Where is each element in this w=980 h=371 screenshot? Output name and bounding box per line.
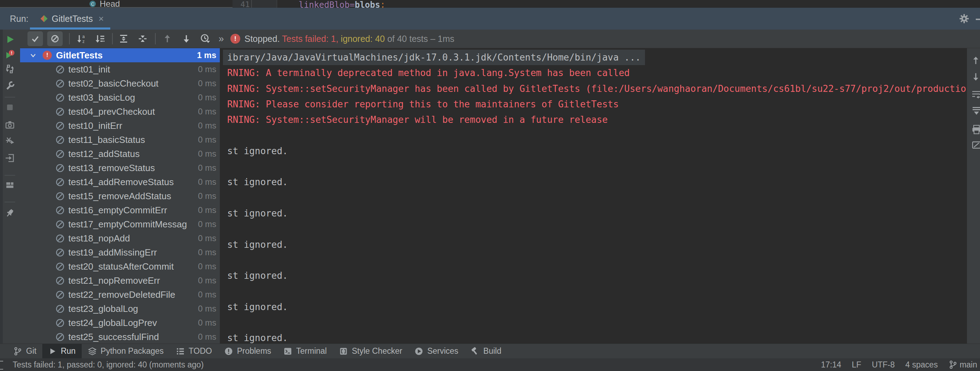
chevron-down-icon[interactable] [29, 51, 38, 60]
test-name: test20_statusAfterCommit [68, 261, 195, 272]
editor-breakpoint-area[interactable] [251, 0, 277, 8]
sort-alphabetically-icon[interactable]: az [75, 33, 88, 45]
soft-wrap-icon[interactable] [971, 89, 980, 100]
collapse-all-icon[interactable] [137, 33, 149, 45]
test-time: 0 ms [198, 332, 216, 342]
editor-code-line[interactable]: linkedBlob=blobs; [277, 0, 980, 8]
scroll-to-end-icon[interactable] [971, 106, 980, 116]
sort-by-duration-icon[interactable] [94, 33, 106, 45]
console-line: st ignored. [227, 237, 967, 252]
svg-text:C: C [91, 2, 94, 7]
editor-remnant: C Head 41 linkedBlob=blobs; [0, 0, 980, 8]
problems-exclamation-icon [224, 347, 233, 356]
toolwindow-button-todo[interactable]: TODO [170, 344, 218, 358]
rerun-failed-tests-icon[interactable]: ! [5, 49, 15, 60]
test-settings-wrench-icon[interactable] [5, 81, 15, 91]
toolwindow-button-terminal[interactable]: Terminal [277, 344, 333, 358]
toolwindow-button-style-checker[interactable]: Style Checker [333, 344, 408, 358]
test-tree-row[interactable]: test23_globalLog0 ms [20, 302, 220, 316]
test-tree-row[interactable]: test21_nopRemoveErr0 ms [20, 273, 220, 288]
print-icon[interactable] [971, 124, 980, 135]
test-tree-row[interactable]: test14_addRemoveStatus0 ms [20, 175, 220, 189]
test-tree-row[interactable]: test24_globalLogPrev0 ms [20, 316, 220, 330]
stopped-error-badge-icon: ! [231, 34, 240, 44]
statusbar-line-separator[interactable]: LF [852, 360, 861, 369]
test-tree-row[interactable]: test16_emptyCommitErr0 ms [20, 203, 220, 217]
run-panel-left-toolbar: ! [0, 30, 20, 344]
toolwindow-button-python-packages[interactable]: Python Packages [82, 344, 170, 358]
test-tree-row[interactable]: test03_basicLog0 ms [20, 90, 220, 105]
enter-arrow-icon[interactable] [5, 153, 15, 163]
toolwindow-button-problems[interactable]: Problems [218, 344, 277, 358]
run-play-icon [48, 347, 57, 355]
statusbar-caret-position[interactable]: 17:14 [821, 360, 842, 369]
scroll-down-icon[interactable] [971, 71, 980, 82]
toggle-auto-test-icon[interactable] [5, 64, 15, 74]
test-tree-row[interactable]: test10_initErr0 ms [20, 119, 220, 133]
toolwindow-button-git[interactable]: Git [7, 344, 42, 358]
camera-icon[interactable] [5, 120, 15, 130]
gear-icon[interactable] [959, 13, 969, 24]
test-time: 0 ms [198, 205, 216, 215]
statusbar-git-branch[interactable]: main [948, 360, 977, 369]
ignored-circle-slash-icon [55, 192, 65, 201]
minimize-icon[interactable] [976, 19, 980, 20]
next-failed-test-icon[interactable] [180, 33, 192, 45]
pin-icon[interactable] [5, 208, 15, 218]
test-run-status-text: Stopped. Tests failed: 1, ignored: 40 of… [245, 34, 454, 44]
test-tree-row[interactable]: test25_successfulFind0 ms [20, 330, 220, 344]
run-tab-label: GitletTests [52, 14, 93, 24]
burst-arrow-icon[interactable] [5, 135, 15, 146]
statusbar-indent[interactable]: 4 spaces [905, 360, 938, 369]
test-tree-row[interactable]: test12_addStatus0 ms [20, 147, 220, 161]
test-tree-row[interactable]: test18_nopAdd0 ms [20, 231, 220, 245]
close-icon[interactable]: × [99, 13, 104, 24]
editor-tab-head[interactable]: C Head [89, 0, 120, 8]
ignored-circle-slash-icon [55, 318, 65, 328]
show-passed-icon[interactable] [27, 31, 43, 46]
toolwindow-button-services[interactable]: Services [408, 344, 464, 358]
test-name: test23_globalLog [68, 303, 195, 314]
test-history-icon[interactable] [199, 33, 212, 45]
statusbar-encoding[interactable]: UTF-8 [872, 360, 895, 369]
show-ignored-icon[interactable] [47, 31, 63, 46]
test-tree-row[interactable]: test22_removeDeletedFile0 ms [20, 288, 220, 302]
build-hammer-icon [470, 347, 479, 356]
test-tree-row[interactable]: test13_removeStatus0 ms [20, 161, 220, 175]
test-time: 0 ms [198, 247, 216, 257]
run-tab-gitlettests[interactable]: GitletTests × [30, 8, 110, 30]
rerun-tests-icon[interactable] [5, 34, 15, 45]
test-tree-row[interactable]: test15_removeAddStatus0 ms [20, 189, 220, 203]
scroll-up-icon[interactable] [971, 55, 980, 66]
test-tree-row[interactable]: test17_emptyCommitMessag0 ms [20, 217, 220, 231]
test-time: 0 ms [198, 290, 216, 300]
git-branch-icon [13, 347, 22, 356]
ignored-circle-slash-icon [55, 220, 65, 229]
test-name: test19_addMissingErr [68, 247, 195, 258]
test-tree-row[interactable]: test04_prevCheckout0 ms [20, 105, 220, 119]
test-time: 0 ms [198, 262, 216, 271]
toolwindow-button-run[interactable]: Run [42, 344, 81, 358]
more-icon[interactable]: » [217, 33, 226, 45]
test-name: test03_basicLog [68, 92, 195, 103]
ignored-circle-slash-icon [55, 332, 65, 342]
previous-failed-test-icon[interactable] [161, 33, 173, 45]
clear-console-icon[interactable] [971, 140, 980, 150]
test-tree-row[interactable]: test11_basicStatus0 ms [20, 133, 220, 147]
terminal-icon [283, 347, 293, 356]
test-tree-root-row[interactable]: !GitletTests1 ms [20, 48, 220, 62]
expand-all-icon[interactable] [118, 33, 130, 45]
test-time: 0 ms [198, 318, 216, 328]
test-tree-row[interactable]: test19_addMissingErr0 ms [20, 245, 220, 259]
run-panel-header: Run: GitletTests × [0, 8, 980, 30]
toolwindow-label: TODO [189, 346, 212, 356]
test-tree-row[interactable]: test01_init0 ms [20, 62, 220, 76]
test-tree-row[interactable]: test20_statusAfterCommit0 ms [20, 259, 220, 273]
stop-icon[interactable] [5, 102, 15, 113]
test-time: 0 ms [198, 78, 216, 88]
test-name: test21_nopRemoveErr [68, 275, 195, 286]
toolwindow-button-build[interactable]: Build [464, 344, 507, 358]
layout-icon[interactable] [5, 180, 15, 190]
test-tree-row[interactable]: test02_basicCheckout0 ms [20, 76, 220, 90]
test-name: test11_basicStatus [68, 135, 195, 145]
